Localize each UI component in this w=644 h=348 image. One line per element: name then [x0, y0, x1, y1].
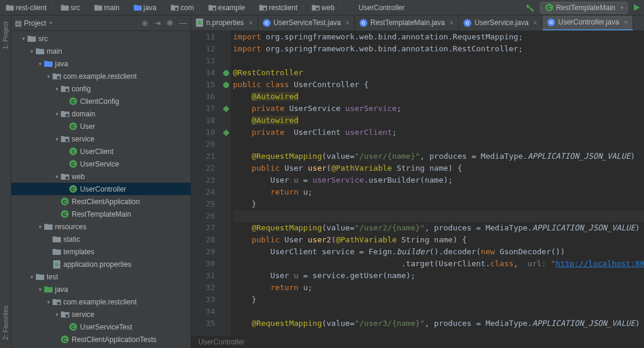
tree-node[interactable]: application.properties	[11, 258, 191, 270]
tree-node[interactable]: ▾com.example.restclient	[11, 70, 191, 82]
editor-tab[interactable]: CUserController.java×	[542, 16, 633, 30]
code-line[interactable]	[233, 210, 644, 222]
tree-node[interactable]: ▾resources	[11, 220, 191, 233]
breadcrumb-item[interactable]: main	[92, 3, 122, 13]
close-icon[interactable]: ×	[624, 19, 627, 26]
close-icon[interactable]: ×	[533, 19, 537, 26]
hide-icon[interactable]: —	[179, 19, 187, 27]
code-line[interactable]: public class UserController {	[233, 79, 644, 91]
tree-node[interactable]: CRestClientApplicationTests	[11, 333, 191, 346]
tree-node[interactable]: ▾web	[11, 170, 191, 183]
code-line[interactable]: User u = service.getUser(name);	[233, 270, 644, 282]
settings-icon[interactable]: ✻	[167, 19, 173, 27]
code-line[interactable]: }	[233, 294, 644, 306]
collapse-icon[interactable]: ⇥	[154, 19, 161, 27]
code-line[interactable]: User u = userService.userBuilder(name);	[233, 174, 644, 186]
close-icon[interactable]: ×	[450, 19, 453, 26]
gutter-mark[interactable]	[221, 79, 231, 91]
tree-node[interactable]: ▾java	[11, 57, 191, 70]
tree-arrow-icon[interactable]: ▾	[36, 287, 44, 292]
breadcrumb-item[interactable]: com	[168, 3, 197, 13]
tree-arrow-icon[interactable]: ▾	[53, 136, 60, 142]
breadcrumb-item[interactable]: rest-client	[4, 3, 49, 13]
editor-tab[interactable]: CRestTemplateMain.java×	[355, 16, 459, 30]
tree-node[interactable]: ▾service	[11, 308, 191, 321]
code-line[interactable]: @RestController	[233, 67, 644, 79]
code-line[interactable]	[233, 306, 644, 318]
code-line[interactable]: public User user2(@PathVariable String n…	[233, 234, 644, 246]
tree-node[interactable]: CUserController	[11, 183, 191, 195]
tree-arrow-icon[interactable]: ▾	[45, 299, 52, 305]
tree-arrow-icon[interactable]: ▾	[53, 111, 60, 117]
breadcrumb-item[interactable]: java	[131, 3, 159, 13]
tree-arrow-icon[interactable]: ▾	[53, 312, 60, 318]
tree-node[interactable]: CUserServiceTest	[11, 321, 191, 333]
code-line[interactable]: @RequestMapping(value="/user/{name}", pr…	[233, 150, 644, 162]
tree-node[interactable]: CUserService	[11, 158, 191, 170]
breadcrumb-item[interactable]: example	[206, 3, 247, 13]
code-line[interactable]: @RequestMapping(value="/user3/{name}", p…	[233, 318, 644, 329]
code-line[interactable]: @RequestMapping(value="/user2/{name}", p…	[233, 222, 644, 234]
code-line[interactable]: return u;	[233, 186, 644, 198]
tree-node[interactable]: ▾service	[11, 133, 191, 145]
tree-arrow-icon[interactable]: ▾	[28, 274, 35, 280]
breadcrumb-item[interactable]: restclient	[257, 3, 300, 13]
tree-node[interactable]: CRestTemplateMain	[11, 208, 191, 220]
gutter-mark[interactable]	[221, 103, 231, 115]
breadcrumb-item[interactable]: UserController	[346, 3, 407, 13]
tree-arrow-icon[interactable]: ▾	[28, 48, 35, 54]
tree-node[interactable]: CClientConfig	[11, 95, 191, 107]
code-line[interactable]: private UserClient userClient;	[233, 127, 644, 138]
editor-tab[interactable]: n.properties×	[191, 16, 258, 30]
code-line[interactable]: import org.springframework.web.bind.anno…	[233, 43, 644, 55]
gutter-mark[interactable]	[221, 67, 231, 79]
code-editor[interactable]: 1112131415161718192021222324252627282930…	[191, 31, 644, 348]
favorites-tool-tab[interactable]: 2: Favorites	[2, 302, 9, 343]
breadcrumb-class[interactable]: UserController	[198, 338, 244, 346]
tree-node[interactable]: ▾com.example.restclient	[11, 295, 191, 308]
tree-node[interactable]: ▾config	[11, 82, 191, 95]
tree-node[interactable]: ▾src	[11, 32, 191, 45]
tree-node[interactable]: ▾main	[11, 45, 191, 57]
project-tool-tab[interactable]: 1: Project	[2, 18, 9, 53]
tree-arrow-icon[interactable]: ▾	[45, 73, 52, 79]
breadcrumb-item[interactable]: src	[59, 3, 82, 13]
code-line[interactable]: @Autowired	[233, 91, 644, 103]
code-line[interactable]: public User user(@PathVariable String na…	[233, 162, 644, 174]
code-line[interactable]: return u;	[233, 282, 644, 294]
tree-arrow-icon[interactable]: ▾	[36, 224, 44, 230]
build-icon[interactable]	[526, 3, 535, 12]
gutter-mark[interactable]	[221, 127, 231, 138]
tree-node[interactable]: IUserClient	[11, 145, 191, 158]
tree-node[interactable]: static	[11, 233, 191, 245]
project-tree[interactable]: ▾src▾main▾java▾com.example.restclient▾co…	[11, 31, 191, 348]
tree-arrow-icon[interactable]: ▾	[20, 36, 27, 42]
tree-node[interactable]: templates	[11, 245, 191, 258]
tree-arrow-icon[interactable]: ▾	[53, 174, 60, 180]
tree-node[interactable]: CRestClientApplication	[11, 195, 191, 208]
code-content[interactable]: import org.springframework.web.bind.anno…	[231, 31, 644, 348]
tree-node[interactable]: CUser	[11, 120, 191, 133]
editor-tab[interactable]: CUserService.java×	[459, 16, 542, 30]
tree-node[interactable]: ▾java	[11, 283, 191, 295]
editor-tab[interactable]: CUserServiceTest.java×	[258, 16, 355, 30]
code-line[interactable]: @Autowired	[233, 115, 644, 127]
code-line[interactable]	[233, 55, 644, 67]
code-line[interactable]: private UserService userService;	[233, 103, 644, 115]
project-view-selector[interactable]: ▤ Project	[15, 19, 52, 27]
tree-node[interactable]: ▾test	[11, 270, 191, 283]
code-line[interactable]: }	[233, 198, 644, 210]
run-button[interactable]	[633, 4, 640, 11]
locate-icon[interactable]: ⊕	[142, 19, 148, 27]
tree-arrow-icon[interactable]: ▾	[53, 86, 60, 92]
run-config-dropdown[interactable]: CRestTemplateMain	[540, 2, 628, 14]
tree-node[interactable]: ▾domain	[11, 107, 191, 120]
code-line[interactable]: import org.springframework.web.bind.anno…	[233, 31, 644, 43]
close-icon[interactable]: ×	[346, 19, 349, 26]
close-icon[interactable]: ×	[249, 19, 252, 26]
tree-arrow-icon[interactable]: ▾	[36, 61, 44, 67]
code-line[interactable]: UserClient service = Feign.builder().dec…	[233, 246, 644, 258]
breadcrumb-item[interactable]: web	[309, 3, 337, 13]
code-line[interactable]	[233, 138, 644, 150]
code-line[interactable]: .target(UserClient.class, url: "http://l…	[233, 258, 644, 270]
